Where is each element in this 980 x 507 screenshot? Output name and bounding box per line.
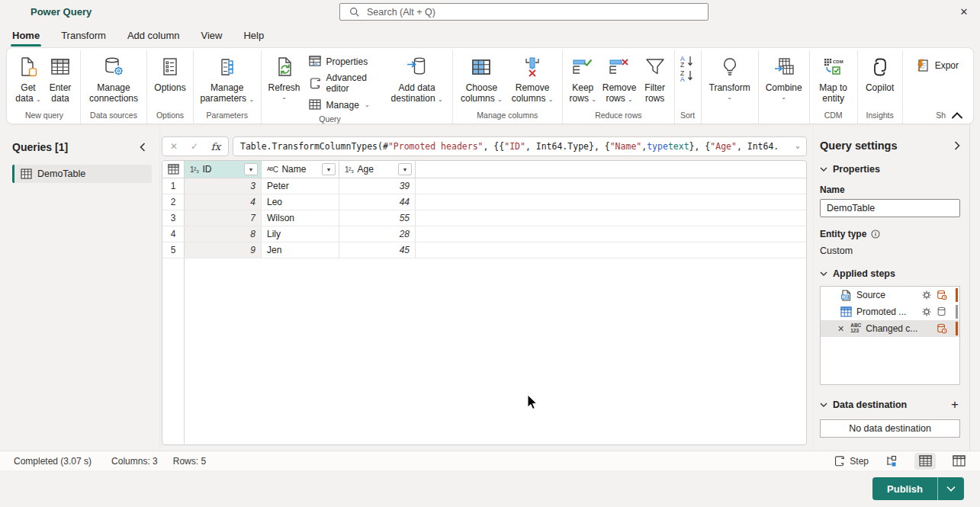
lightbulb-icon <box>719 53 741 81</box>
advanced-editor-button[interactable]: Advanced editor <box>304 70 375 96</box>
query-name-input[interactable] <box>820 199 960 217</box>
keep-rows-button[interactable]: Keep rows ⌄ <box>567 50 599 104</box>
search-icon <box>349 7 360 18</box>
editor-area: ✕ ✓ fx Table.TransformColumnTypes(#"Prom… <box>160 124 813 451</box>
app-title: Power Query <box>31 6 92 18</box>
step-destination-icon[interactable] <box>937 306 947 317</box>
manage-button[interactable]: Manage ⌄ <box>304 97 375 113</box>
chevron-down-icon <box>820 403 827 407</box>
diagram-view-button[interactable] <box>881 453 902 470</box>
step-status-flag <box>956 288 958 302</box>
remove-rows-button[interactable]: Remove rows ⌄ <box>599 50 640 104</box>
export-button[interactable]: Expor <box>911 56 964 75</box>
formula-input[interactable]: Table.TransformColumnTypes(#"Promoted he… <box>233 136 807 156</box>
query-item-label: DemoTable <box>37 168 85 179</box>
combine-button[interactable]: Combine ⌄ <box>763 50 805 101</box>
ribbon-group-new-query: Get data ⌄ Enter data New query <box>8 50 80 124</box>
table-row[interactable]: 1 3 Peter 39 <box>162 178 806 194</box>
script-icon <box>834 455 845 467</box>
collapse-settings-icon[interactable] <box>954 141 960 150</box>
publish-dropdown-icon[interactable] <box>938 477 964 500</box>
enter-data-button[interactable]: Enter data <box>44 50 76 104</box>
info-icon[interactable] <box>871 229 880 239</box>
footer-bar: Publish <box>0 470 980 506</box>
refresh-button[interactable]: Refresh ⌄ <box>265 50 304 101</box>
publish-split-button[interactable]: Publish <box>872 477 964 500</box>
commit-formula-icon[interactable]: ✓ <box>191 141 198 152</box>
step-view-button[interactable]: Step <box>834 455 869 467</box>
column-header-name[interactable]: ᴬᴮC Name ▼ <box>262 161 339 178</box>
collapse-pane-icon[interactable] <box>140 143 146 152</box>
add-data-destination-button[interactable]: Add data destination ⌄ <box>386 50 448 104</box>
step-settings-gear-icon[interactable] <box>921 306 932 317</box>
tab-home[interactable]: Home <box>2 23 50 47</box>
copilot-button[interactable]: Copilot <box>862 50 898 93</box>
tab-add-column[interactable]: Add column <box>117 23 191 47</box>
ribbon-group-query: Refresh ⌄ Properties Advanced editor Man… <box>261 50 452 124</box>
filter-rows-button[interactable]: Filter rows <box>640 50 670 104</box>
manage-connections-button[interactable]: Manage connections <box>85 50 143 104</box>
properties-button[interactable]: Properties <box>304 53 375 69</box>
tab-view[interactable]: View <box>191 23 233 47</box>
column-view-button[interactable] <box>948 453 969 470</box>
formula-controls: ✕ ✓ fx <box>162 136 229 156</box>
query-list-item-demotable[interactable]: DemoTable <box>12 165 152 183</box>
cancel-formula-icon[interactable]: ✕ <box>170 141 178 152</box>
manage-parameters-button[interactable]: Manage parameters ⌄ <box>198 50 257 104</box>
table-icon <box>840 306 852 317</box>
step-changed-type[interactable]: ✕ ABC123 Changed c... <box>821 320 959 337</box>
filter-dropdown-icon[interactable]: ▼ <box>244 163 258 175</box>
abc123-type-icon: ABC123 <box>850 323 861 334</box>
properties-icon <box>309 56 321 67</box>
search-input[interactable]: Search (Alt + Q) <box>339 3 708 21</box>
column-header-id[interactable]: 1²₃ ID ▼ <box>185 161 262 178</box>
ribbon-group-data-sources: Manage connections Data sources <box>80 50 146 124</box>
publish-button[interactable]: Publish <box>872 477 938 500</box>
sort-ascending-button[interactable]: AZ <box>679 55 697 67</box>
delete-step-icon[interactable]: ✕ <box>837 324 844 334</box>
filter-dropdown-icon[interactable]: ▼ <box>398 163 412 175</box>
remove-columns-button[interactable]: Remove columns ⌄ <box>506 50 558 104</box>
entity-type-value: Custom <box>820 245 960 256</box>
step-promoted-headers[interactable]: Promoted ... <box>821 303 959 320</box>
chevron-down-icon <box>820 271 827 276</box>
sort-descending-button[interactable]: ZA <box>679 69 697 82</box>
chevron-down-icon: ⌄ <box>548 96 554 103</box>
tab-transform[interactable]: Transform <box>50 23 117 47</box>
map-to-entity-button[interactable]: CDM Map to entity <box>814 50 853 104</box>
choose-columns-button[interactable]: Choose columns ⌄ <box>457 50 507 104</box>
table-row[interactable]: 3 7 Wilson 55 <box>162 210 806 226</box>
data-destination-section-header[interactable]: Data destination <box>820 400 907 410</box>
chevron-down-icon: ⌄ <box>628 96 633 103</box>
applied-steps-list: CSV Source Promoted ... ✕ ABC123 <box>820 286 960 385</box>
manage-icon <box>309 99 321 111</box>
options-button[interactable]: Options <box>151 50 189 93</box>
table-row[interactable]: 4 8 Lily 28 <box>162 226 806 242</box>
collapse-ribbon-icon[interactable] <box>952 112 962 119</box>
transform-button[interactable]: Transform ⌄ <box>705 50 754 101</box>
properties-section-header[interactable]: Properties <box>820 164 960 175</box>
ribbon: Get data ⌄ Enter data New query Manage c… <box>6 47 974 124</box>
tab-help[interactable]: Help <box>233 23 275 47</box>
step-destination-icon[interactable] <box>937 290 947 300</box>
close-icon[interactable]: ✕ <box>951 0 977 23</box>
group-label-cdm: CDM <box>824 109 843 124</box>
keep-rows-icon <box>571 53 594 81</box>
step-source[interactable]: CSV Source <box>821 287 959 303</box>
text-type-icon: ᴬᴮC <box>267 165 278 174</box>
applied-steps-section-header[interactable]: Applied steps <box>820 268 960 279</box>
add-destination-icon[interactable]: + <box>951 397 960 412</box>
table-row[interactable]: 2 4 Leo 44 <box>162 194 806 210</box>
step-settings-gear-icon[interactable] <box>921 290 932 300</box>
select-all-button[interactable] <box>162 161 185 178</box>
get-data-button[interactable]: Get data ⌄ <box>12 50 44 104</box>
advanced-editor-icon <box>309 77 321 89</box>
step-destination-icon[interactable] <box>937 323 947 334</box>
status-rows: Rows: 5 <box>173 456 206 467</box>
filter-dropdown-icon[interactable]: ▼ <box>322 163 336 175</box>
table-row[interactable]: 5 9 Jen 45 <box>162 242 806 258</box>
column-header-age[interactable]: 1²₃ Age ▼ <box>339 161 416 178</box>
table-view-button[interactable] <box>914 453 936 470</box>
expand-formula-icon[interactable]: ⌄ <box>795 141 800 149</box>
remove-columns-icon <box>522 53 543 81</box>
